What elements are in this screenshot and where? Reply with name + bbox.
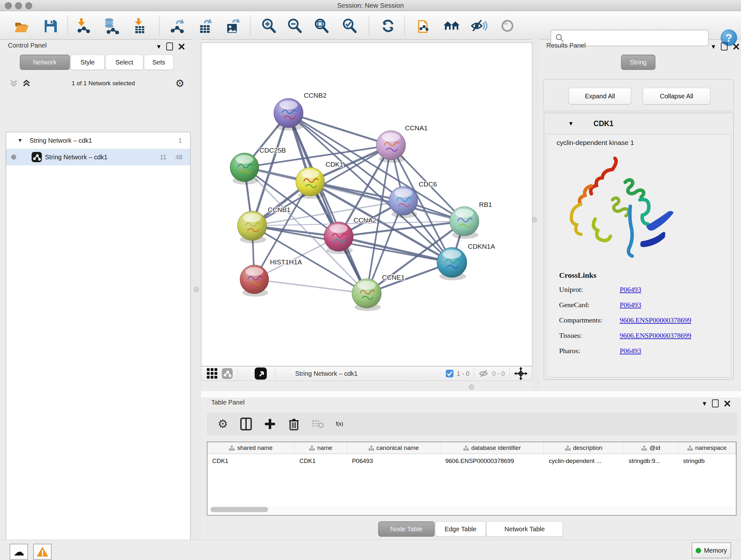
tab-style[interactable]: Style: [71, 55, 105, 70]
share-view-icon[interactable]: [222, 368, 232, 379]
cloud-button[interactable]: ☁: [10, 544, 28, 560]
network-node-CCNA2[interactable]: [324, 222, 353, 254]
panel-float-icon[interactable]: [712, 399, 719, 408]
tab-network-table[interactable]: Network Table: [486, 521, 563, 537]
table-cell[interactable]: CDK1: [294, 457, 347, 464]
collapse-all-icon[interactable]: [9, 78, 18, 88]
panel-menu-caret-icon[interactable]: ▾: [157, 43, 160, 50]
tab-network[interactable]: Network: [20, 55, 70, 70]
hide-graphics-eye-icon[interactable]: [470, 17, 488, 35]
zoom-selected-icon[interactable]: [341, 17, 359, 35]
column-header-shared-name[interactable]: shared name: [207, 442, 294, 454]
crosslink-link[interactable]: P06493: [620, 347, 641, 355]
zoom-fit-icon[interactable]: [313, 17, 331, 35]
panel-float-icon[interactable]: [721, 43, 728, 51]
tab-edge-table[interactable]: Edge Table: [435, 521, 486, 537]
crosslink-link[interactable]: 9606.ENSP00000378699: [620, 331, 691, 340]
network-collection-row[interactable]: ▼ String Network – cdk1 1: [6, 132, 190, 149]
import-network-database-icon[interactable]: [102, 17, 120, 35]
refresh-icon[interactable]: [379, 17, 397, 35]
network-node-HIST1H1A[interactable]: [240, 265, 269, 297]
selected-checkbox-icon[interactable]: [446, 370, 454, 377]
network-row-selected[interactable]: String Network – cdk1 11 48: [6, 149, 190, 165]
panel-close-icon[interactable]: [179, 44, 185, 50]
open-in-window-icon[interactable]: [255, 368, 267, 380]
expand-all-icon[interactable]: [22, 78, 31, 88]
right-splitter[interactable]: [532, 39, 539, 391]
network-node-CCNA1[interactable]: [376, 131, 406, 163]
right-splitter-handle[interactable]: [532, 217, 537, 223]
import-table-file-icon[interactable]: [131, 17, 149, 35]
network-node-CCNB2[interactable]: [274, 98, 303, 131]
column-header-@id[interactable]: @id: [624, 442, 678, 454]
delete-column-icon[interactable]: [288, 418, 299, 430]
show-columns-icon[interactable]: [240, 417, 252, 431]
table-row[interactable]: CDK1CDK1P064939606.ENSP00000378699cyclin…: [207, 454, 736, 468]
crosslink-link[interactable]: P06493: [620, 301, 641, 309]
memory-button[interactable]: Memory: [691, 543, 731, 558]
delete-table-icon[interactable]: [312, 419, 324, 429]
warnings-button[interactable]: [33, 544, 52, 560]
export-image-icon[interactable]: [224, 17, 242, 35]
collapse-all-button[interactable]: Collapse All: [643, 88, 711, 105]
zoom-out-icon[interactable]: [286, 17, 304, 35]
table-cell[interactable]: cyclin-dependent ...: [544, 457, 623, 464]
network-node-CDC6[interactable]: [389, 186, 418, 218]
table-cell[interactable]: stringdb:9...: [624, 457, 678, 464]
table-options-gear-icon[interactable]: ⚙: [218, 418, 228, 430]
column-header-description[interactable]: description: [544, 442, 623, 454]
horizontal-scrollbar[interactable]: [209, 506, 735, 513]
hidden-eye-icon[interactable]: [479, 369, 489, 378]
panel-close-icon[interactable]: [724, 401, 730, 407]
column-header-database-identifier[interactable]: database identifier: [441, 442, 544, 454]
network-node-CDC25B[interactable]: [230, 153, 259, 185]
panel-float-icon[interactable]: [166, 43, 173, 51]
zoom-in-icon[interactable]: [260, 17, 278, 35]
table-cell[interactable]: 9606.ENSP00000378699: [441, 457, 544, 464]
table-cell[interactable]: P06493: [347, 457, 441, 464]
grid-view-icon[interactable]: [206, 368, 218, 379]
share-document-icon[interactable]: [415, 17, 433, 35]
string-network-graph[interactable]: CCNB2CCNA1CDC25BCDK1CDC6RB1CCNB1CCNA2CDK…: [201, 43, 532, 366]
export-network-icon[interactable]: [168, 17, 186, 35]
column-header-name[interactable]: name: [294, 442, 347, 454]
bottom-splitter-handle[interactable]: [469, 384, 474, 390]
left-splitter-handle[interactable]: [194, 287, 199, 292]
network-canvas[interactable]: CCNB2CCNA1CDC25BCDK1CDC6RB1CCNB1CCNA2CDK…: [201, 43, 532, 366]
node-table[interactable]: shared namenamecanonical namedatabase id…: [207, 442, 737, 516]
homes-icon[interactable]: [443, 17, 461, 35]
network-node-CDK1[interactable]: [296, 167, 325, 199]
crosslink-link[interactable]: P06493: [620, 286, 641, 294]
column-header-canonical-name[interactable]: canonical name: [347, 442, 441, 454]
panel-close-icon[interactable]: [733, 44, 739, 50]
save-session-icon[interactable]: [42, 17, 59, 35]
function-builder-icon[interactable]: f(x): [336, 421, 343, 427]
tab-sets[interactable]: Sets: [144, 55, 174, 70]
title-bar: Session: New Session: [0, 0, 741, 11]
table-cell[interactable]: stringdb: [678, 457, 736, 464]
crosslink-link[interactable]: 9606.ENSP00000378699: [620, 316, 691, 324]
table-cell[interactable]: CDK1: [207, 457, 294, 464]
collection-expand-caret-icon[interactable]: ▼: [17, 138, 23, 143]
scrollbar-thumb[interactable]: [211, 507, 268, 512]
pan-crosshair-icon[interactable]: [514, 367, 528, 380]
open-session-icon[interactable]: [13, 17, 30, 35]
tab-string[interactable]: String: [621, 55, 656, 70]
import-network-file-icon[interactable]: [74, 17, 91, 35]
network-node-RB1[interactable]: [450, 206, 479, 239]
column-header-namespace[interactable]: namespace: [678, 442, 736, 454]
network-node-CDKN1A[interactable]: [437, 247, 467, 280]
network-node-CCNE1[interactable]: [352, 279, 381, 311]
tab-node-table[interactable]: Node Table: [378, 521, 434, 537]
add-column-icon[interactable]: [264, 418, 276, 430]
section-collapse-caret-icon[interactable]: ▼: [568, 121, 574, 126]
render-sphere-icon[interactable]: [498, 17, 516, 35]
panel-menu-caret-icon[interactable]: ▾: [712, 43, 715, 50]
gene-section-header[interactable]: ▼ CDK1: [544, 113, 733, 134]
export-table-icon[interactable]: [196, 17, 214, 35]
expand-all-button[interactable]: Expand All: [569, 88, 631, 105]
tab-select[interactable]: Select: [105, 55, 143, 70]
network-options-gear-icon[interactable]: ⚙: [175, 78, 185, 88]
panel-menu-caret-icon[interactable]: ▾: [703, 400, 706, 407]
network-node-CCNB1[interactable]: [238, 211, 267, 243]
